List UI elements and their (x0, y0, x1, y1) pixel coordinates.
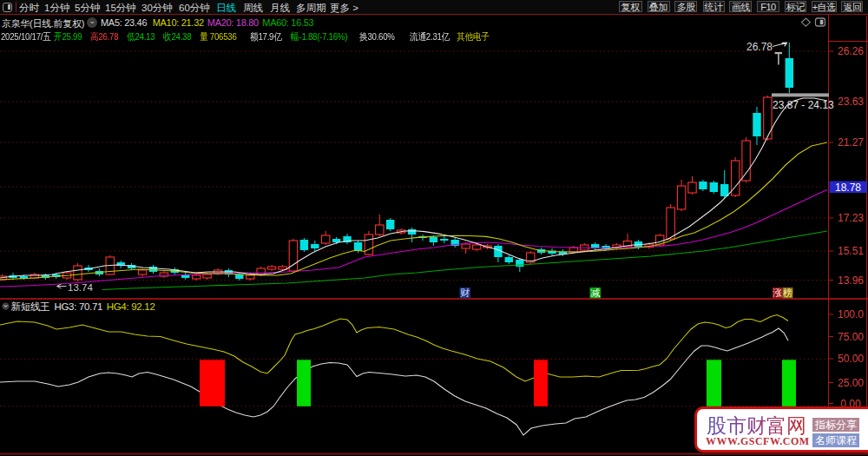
svg-text:新短线王: 新短线王 (11, 301, 50, 312)
svg-text:25.00: 25.00 (838, 377, 864, 389)
svg-text:18.78: 18.78 (835, 182, 861, 194)
svg-text:23.63: 23.63 (838, 96, 864, 108)
svg-text:榜: 榜 (783, 287, 792, 298)
svg-text:HG3: 70.71: HG3: 70.71 (54, 301, 102, 312)
svg-text:26.78: 26.78 (746, 41, 773, 53)
svg-text:13.74: 13.74 (68, 282, 93, 293)
svg-text:涨: 涨 (773, 287, 782, 298)
svg-text:75.00: 75.00 (838, 331, 864, 343)
svg-text:23.87 - 24.13: 23.87 - 24.13 (773, 99, 834, 111)
svg-text:13.96: 13.96 (838, 274, 864, 287)
svg-text:财: 财 (460, 287, 470, 298)
svg-text:26.26: 26.26 (838, 45, 864, 57)
svg-text:减: 减 (590, 287, 600, 298)
svg-text:17.23: 17.23 (838, 212, 864, 224)
svg-text:50.00: 50.00 (838, 353, 864, 365)
svg-text:15.51: 15.51 (838, 245, 864, 257)
svg-text:100.0: 100.0 (838, 308, 864, 321)
svg-text:21.27: 21.27 (838, 136, 864, 149)
svg-text:HG4: 92.12: HG4: 92.12 (107, 301, 155, 312)
